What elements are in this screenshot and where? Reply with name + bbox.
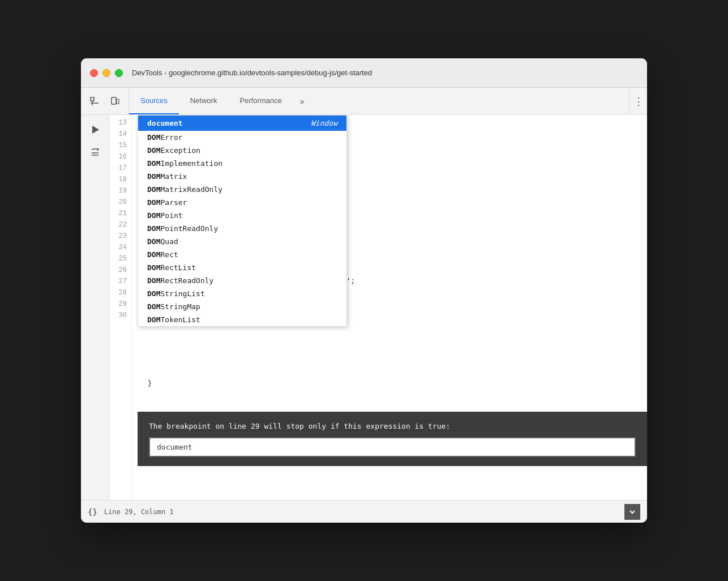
toolbar-menu-button[interactable]: ⋮ <box>629 88 647 114</box>
resume-icon[interactable] <box>85 119 105 140</box>
toolbar-left-icons <box>81 88 129 114</box>
autocomplete-item-3[interactable]: DOMMatrix <box>138 170 346 183</box>
main-area: document Window DOMError DOMException DO… <box>81 115 647 500</box>
line-num-28: 28 <box>114 287 127 298</box>
line-num-26: 26 <box>114 264 127 276</box>
code-line-23 <box>139 480 647 491</box>
autocomplete-header: document Window <box>138 116 346 131</box>
breakpoint-message: The breakpoint on line 29 will stop only… <box>149 421 636 432</box>
tab-network[interactable]: Network <box>179 88 229 114</box>
breakpoint-tooltip: The breakpoint on line 29 will stop only… <box>138 412 647 467</box>
autocomplete-dropdown: document Window DOMError DOMException DO… <box>138 115 347 327</box>
autocomplete-item-8[interactable]: DOMQuad <box>138 235 346 248</box>
line-num-16: 16 <box>114 151 127 163</box>
line-num-20: 20 <box>114 196 127 208</box>
more-tabs-button[interactable]: » <box>293 88 311 114</box>
svg-rect-8 <box>628 508 636 516</box>
line-numbers: 13 14 15 16 17 18 19 20 21 22 23 24 25 2… <box>109 115 132 500</box>
autocomplete-item-14[interactable]: DOMTokenList <box>138 313 346 326</box>
line-num-13: 13 <box>114 117 127 129</box>
autocomplete-selected-item[interactable]: document <box>138 116 302 131</box>
autocomplete-item-4[interactable]: DOMMatrixReadOnly <box>138 183 346 196</box>
tab-performance[interactable]: Performance <box>228 88 293 114</box>
autocomplete-type-label: Window <box>302 116 346 131</box>
tab-sources[interactable]: Sources <box>129 88 179 114</box>
svg-rect-3 <box>112 97 116 104</box>
line-num-27: 27 <box>114 276 127 287</box>
step-over-icon[interactable] <box>85 142 105 163</box>
maximize-button[interactable] <box>115 69 123 77</box>
autocomplete-item-0[interactable]: DOMError <box>138 131 346 144</box>
autocomplete-item-10[interactable]: DOMRectList <box>138 261 346 274</box>
breakpoint-input-row <box>149 437 636 457</box>
line-num-14: 14 <box>114 129 127 140</box>
status-bar: {} Line 29, Column 1 <box>81 500 647 523</box>
code-line-19 <box>139 344 647 355</box>
line-num-17: 17 <box>114 163 127 174</box>
line-num-30: 30 <box>114 310 127 321</box>
line-num-18: 18 <box>114 174 127 185</box>
toolbar: Sources Network Performance » ⋮ <box>81 88 647 115</box>
autocomplete-item-7[interactable]: DOMPointReadOnly <box>138 222 346 235</box>
line-num-23: 23 <box>114 230 127 242</box>
title-bar: DevTools - googlechrome.github.io/devtoo… <box>81 58 647 88</box>
line-num-15: 15 <box>114 140 127 151</box>
autocomplete-item-13[interactable]: DOMStringMap <box>138 300 346 313</box>
svg-rect-0 <box>91 97 94 101</box>
status-right <box>624 504 640 520</box>
line-num-22: 22 <box>114 219 127 230</box>
line-num-21: 21 <box>114 208 127 219</box>
autocomplete-item-12[interactable]: DOMStringList <box>138 287 346 300</box>
close-button[interactable] <box>90 69 98 77</box>
svg-marker-5 <box>92 126 99 134</box>
autocomplete-item-2[interactable]: DOMImplementation <box>138 157 346 170</box>
code-area: document Window DOMError DOMException DO… <box>109 115 647 500</box>
sidebar <box>81 115 109 500</box>
autocomplete-item-11[interactable]: DOMRectReadOnly <box>138 274 346 287</box>
autocomplete-item-9[interactable]: DOMRect <box>138 248 346 261</box>
autocomplete-item-6[interactable]: DOMPoint <box>138 209 346 222</box>
minimize-button[interactable] <box>102 69 110 77</box>
line-num-29: 29 <box>114 298 127 310</box>
device-icon[interactable] <box>106 92 124 110</box>
line-num-19: 19 <box>114 185 127 196</box>
toolbar-tabs: Sources Network Performance » <box>129 88 629 114</box>
pretty-print-icon[interactable]: {} <box>88 507 97 516</box>
status-left: {} Line 29, Column 1 <box>88 507 174 516</box>
code-line-20: } <box>139 378 647 389</box>
line-num-24: 24 <box>114 242 127 253</box>
devtools-window: DevTools - googlechrome.github.io/devtoo… <box>81 58 647 523</box>
breakpoint-expression-input[interactable] <box>149 437 636 457</box>
traffic-lights <box>90 69 123 77</box>
autocomplete-item-1[interactable]: DOMException <box>138 144 346 157</box>
console-drawer-button[interactable] <box>624 504 640 520</box>
cursor-position: Line 29, Column 1 <box>104 508 174 516</box>
svg-rect-4 <box>117 99 119 104</box>
inspect-icon[interactable] <box>85 92 104 110</box>
line-num-25: 25 <box>114 253 127 264</box>
autocomplete-item-5[interactable]: DOMParser <box>138 196 346 209</box>
window-title: DevTools - googlechrome.github.io/devtoo… <box>132 69 372 77</box>
